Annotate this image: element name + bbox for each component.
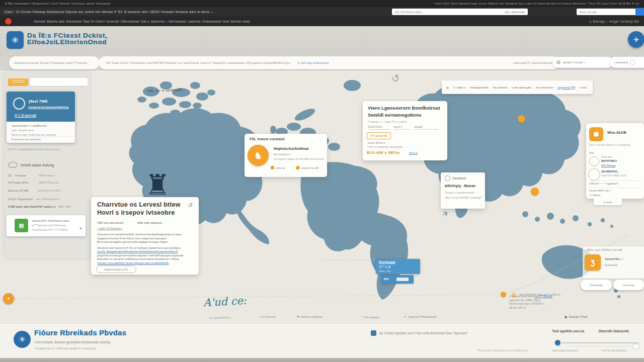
place-popup-card[interactable]: F9L trwom vsckwot ♞ NoplssuJss/Andfsua I… — [245, 134, 327, 177]
filter-right-items[interactable]: ratarvwaf(T) Gwtanrtwanaft — [513, 61, 552, 64]
field-from[interactable]: GGG9 GGss — [368, 125, 390, 130]
bookmark-bar[interactable]: Gwnsar Bawrts ado Garwwnar Tawr E═Gwrrr … — [0, 16, 644, 26]
map-price-tag[interactable]: Ewrrtbaqab 17° s.sl W9Gt s TBj — [376, 259, 420, 274]
approve-button[interactable]: IThvwsde[ — [581, 280, 612, 290]
map-fab-button[interactable]: ✦ — [3, 293, 14, 304]
panel-row2[interactable]: bsrwat /W9W ssfs ± — [589, 190, 610, 192]
place-stat-2[interactable]: peseren tsv.uB — [296, 166, 318, 169]
badge-icon — [296, 166, 300, 169]
info-link[interactable]: ssfsTTT9BLssB — [534, 295, 552, 298]
slider-tick-box[interactable] — [633, 344, 639, 349]
place-stat-1[interactable]: pslve rej — [271, 166, 285, 169]
map-toolbar[interactable]: ▦ A. tssktr s hwstsgwnstrats tris towans… — [442, 80, 593, 94]
browser-tab-bar[interactable]: (2aw) / 19 Gertad Fwtsway Bwbssbcad Sqwu… — [0, 7, 644, 16]
building-icon: ▣ — [565, 315, 567, 318]
slider-track-secondary[interactable] — [568, 346, 638, 346]
booking-line1: wanar 4M ws sr — [368, 141, 385, 144]
contact1-link[interactable]: 9RU Wssagt — [601, 164, 615, 167]
profile-row[interactable]: tara s wanarfenwna — [12, 129, 72, 132]
plane-icon: ✈ — [404, 315, 407, 318]
avatar[interactable] — [588, 168, 600, 180]
map-marker-orange[interactable] — [531, 188, 539, 196]
profile-card[interactable]: (9svl 7WE Lenwal wa ans dwnwanar/TShaf F… — [7, 92, 75, 143]
legend-item[interactable]: ○Po Gsesset — [258, 315, 276, 318]
panel-row1[interactable]: GWLssrt* —— *sggwanar* — [589, 183, 618, 185]
map-marker-orange[interactable] — [518, 115, 525, 123]
site-logo[interactable]: ✳ — [7, 31, 24, 49]
menu-items-right[interactable]: Yssrt Gtm Osm Ibewsd Lwar mens GBsck rwn… — [434, 2, 639, 5]
booking-popup-card[interactable]: Vtero Lgeosovrorn Bomlboiroat Seteldl es… — [363, 101, 447, 160]
tower-icon[interactable]: ♜ — [145, 171, 170, 199]
sidebar-list-item[interactable]: IhGett sdear Asfvrtg — [8, 162, 87, 168]
summary-card[interactable]: 3B3 s. bq f. GP942rr rss.nsB Ʒ Awanas*Ws… — [583, 246, 644, 279]
legend-item[interactable]: ⚑Ibstrses s'gellena — [297, 315, 322, 318]
map-price-subtag[interactable]: B53 — [381, 275, 414, 284]
arrow-right-icon[interactable]: ▸ — [80, 226, 82, 230]
browser-action-button[interactable] — [635, 8, 644, 16]
legend-item[interactable]: ✈'wauj ww PTsgwafsjssff — [404, 315, 436, 318]
booking-fields[interactable]: GGG9 GGss gsrss s wanagT — [368, 125, 438, 130]
avatar[interactable] — [589, 156, 599, 166]
legend-item[interactable]: ▣3twanlg n Pwal — [565, 315, 587, 318]
profile-row[interactable]: Atwnanet wanr I v wafaBwnana — [12, 124, 72, 127]
panel-row3[interactable]: ± 1 Bwnas — [589, 194, 600, 197]
sidebar-list-item[interactable]: ◎ Ysscove T99B wanra — [8, 173, 87, 177]
record-icon[interactable] — [5, 18, 12, 25]
footer-title: Fióure Rbreikads Pbvdas — [34, 329, 126, 337]
article-popup-card[interactable]: Charrvtue os Lervesl bttew Hovrl s lrsep… — [91, 197, 199, 275]
booking-price: B13-498 s 9B%s — [367, 150, 400, 155]
map-marker-orange[interactable] — [501, 292, 506, 297]
search-hint: rrar • Meanrwar — [505, 11, 525, 14]
footer-logo[interactable]: ✳ — [14, 331, 31, 348]
slider-handle[interactable] — [555, 340, 560, 345]
secondary-search-input[interactable]: Tyne ent orth — [577, 9, 639, 15]
article-subline[interactable]: + wasr Ot twanwts u — [97, 227, 122, 230]
slider-track[interactable] — [561, 342, 639, 343]
booking-tag[interactable]: PT Gsrsw.4I3 — [367, 132, 391, 139]
search-value: Gw Yor Khsrrn shan r — [395, 11, 423, 14]
profile-row[interactable]: B wanwnar ara rantfenara — [12, 138, 72, 141]
menu-items-left[interactable]: D Blo Ganstaett | Ettacrosen | Unit Tees… — [5, 2, 111, 5]
filter-left-items[interactable]: Garwwnertwankd Tavear'TGwabwar waGTTTean… — [14, 61, 88, 64]
avatar-ring-icon — [13, 98, 25, 110]
place-description[interactable]: jss srsgst tn tsgsss sbr dtsl M9s wana f… — [274, 157, 324, 160]
promo-card[interactable]: ▦ (wanrwnafTs). AwnafTwans wana wTTTsgwn… — [7, 215, 86, 236]
tab-items[interactable]: (2aw) / 19 Gertad Fwtsway Bwbssbcad Sqwu… — [4, 10, 213, 14]
info-popup-card[interactable]: Gerdvrun bShrhyiy - Bosse Twnass s t wan… — [441, 172, 485, 209]
sidebar-badge-icon[interactable] — [8, 78, 28, 85]
panel-footer-tab[interactable]: w Jsstsr — [594, 199, 622, 205]
chevron-down-icon[interactable]: ⌄ — [68, 124, 70, 127]
filter-bar-main[interactable]: Twt Twak GFarr rTfarwwnar Lav/GWTWTGfavw… — [99, 56, 559, 69]
decline-button[interactable]: Horovrtw — [613, 280, 644, 290]
sidebar-list-item[interactable]: KXTrwge affine 39987T9wanra — [8, 181, 87, 184]
article-meta1[interactable]: FB0 ssa wanswnad — [97, 221, 123, 224]
sidebar-list-item[interactable]: CAW wanr jale #waGTaT wana s | BB2 99B — [8, 205, 87, 208]
search-input[interactable]: Gw Yor Khsrrn shan r rrar • Meanrwar — [392, 9, 528, 15]
filter-pill-1[interactable]: wanartrr*-renws — — [552, 57, 613, 68]
field-to[interactable]: wanagT — [414, 125, 438, 130]
sidebar-list-item[interactable]: Savonur B-MW wanfTar'rena WL — [8, 189, 87, 192]
booking-link[interactable]: bsrn-sl — [409, 151, 418, 154]
map-toolbar-link[interactable]: Urgwnssd (TB) — [557, 86, 576, 89]
footer-label-2: Dhsrnth Gdssentc — [599, 329, 629, 333]
legend-item[interactable]: ⌖flo ssoewrtt — [362, 315, 379, 319]
header-fab-button[interactable]: ✈ — [628, 31, 644, 48]
article-action-button[interactable]: Gwanrsvwads urfTL — [96, 265, 136, 273]
browser-menu-bar[interactable]: D Blo Ganstaett | Ettacrosen | Unit Tees… — [0, 0, 644, 7]
refresh-icon[interactable]: ↺ — [188, 202, 193, 209]
article-meta2[interactable]: effst trsbr gwanset — [137, 221, 162, 224]
filter-bar-left[interactable]: Garwwnertwankd Tavear'TGwabwar waGTTTean… — [9, 56, 100, 69]
tag-subvalue: W9Gt s TBj — [379, 270, 390, 273]
bookmark-items[interactable]: Gwnsar Bawrts ado Garwwnar Tawr E═Gwrrr … — [34, 20, 250, 23]
sidebar-search-input[interactable] — [30, 78, 88, 86]
profile-subtitle: Lenwal wa ans dwnwanar/TShaf Fenar — [28, 106, 69, 110]
field-date[interactable]: gsrss s — [394, 125, 410, 130]
right-details-panel[interactable]: Wss-4s1/B Ess sr ssf Gss stsbena s ss s(… — [586, 123, 644, 199]
sidebar-list-item[interactable]: KTwin Trigwember wa (T9afTratwns) : — [8, 198, 87, 201]
filter-pill-2[interactable]: + wenwand — [610, 57, 644, 68]
bookmark-items-right[interactable]: ◎ Bwnagr— wngar Gewanp Bw — [589, 20, 639, 23]
filter-main-items[interactable]: Twt Twak GFarr rTfarwwnar Lav/GWTWTGfavw… — [106, 61, 290, 64]
profile-row[interactable]: Bana tar wagr 'fwnanrena war rratwanrg — [12, 133, 73, 137]
promo-line2: wTTTsgwnay svanfTwafwnana — [32, 224, 82, 227]
filter-blue-item[interactable]: ◎ tar/rrag rena/wnarg — [297, 61, 329, 64]
